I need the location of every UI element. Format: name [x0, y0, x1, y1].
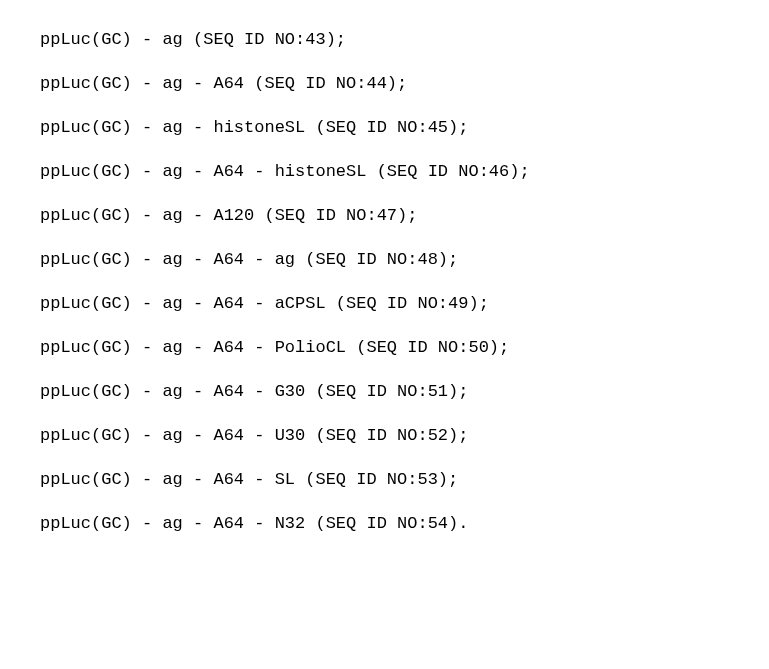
sequence-line: ppLuc(GC) - ag - A64 - N32 (SEQ ID NO:54… [40, 514, 729, 533]
sequence-line: ppLuc(GC) - ag - A64 - ag (SEQ ID NO:48)… [40, 250, 729, 269]
sequence-line: ppLuc(GC) - ag - A64 - histoneSL (SEQ ID… [40, 162, 729, 181]
sequence-line: ppLuc(GC) - ag - A120 (SEQ ID NO:47); [40, 206, 729, 225]
sequence-line: ppLuc(GC) - ag - A64 - G30 (SEQ ID NO:51… [40, 382, 729, 401]
sequence-line: ppLuc(GC) - ag - A64 - SL (SEQ ID NO:53)… [40, 470, 729, 489]
sequence-line: ppLuc(GC) - ag - A64 (SEQ ID NO:44); [40, 74, 729, 93]
sequence-line: ppLuc(GC) - ag - A64 - U30 (SEQ ID NO:52… [40, 426, 729, 445]
sequence-line: ppLuc(GC) - ag - A64 - PolioCL (SEQ ID N… [40, 338, 729, 357]
sequence-line: ppLuc(GC) - ag - histoneSL (SEQ ID NO:45… [40, 118, 729, 137]
sequence-line: ppLuc(GC) - ag (SEQ ID NO:43); [40, 30, 729, 49]
sequence-line: ppLuc(GC) - ag - A64 - aCPSL (SEQ ID NO:… [40, 294, 729, 313]
